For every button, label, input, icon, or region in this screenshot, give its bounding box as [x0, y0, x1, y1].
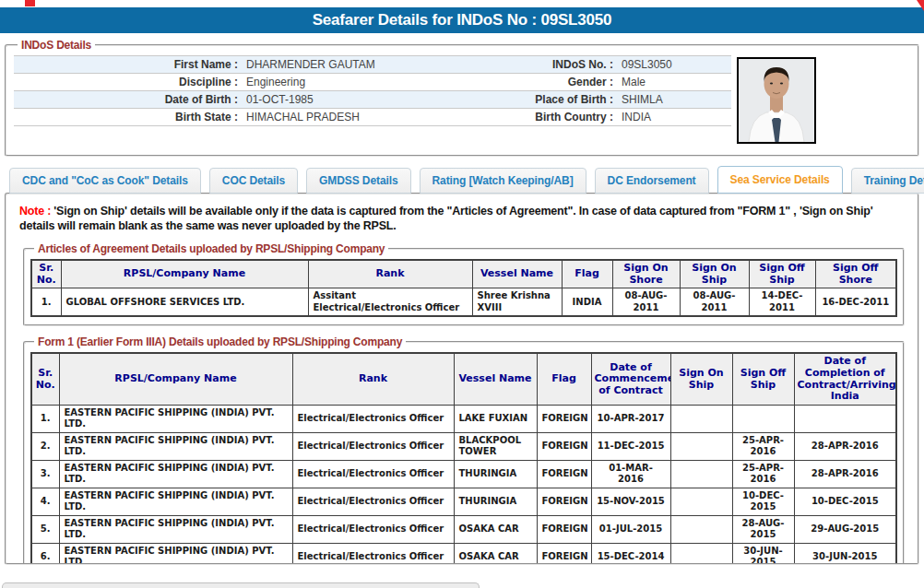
- form1-section: Form 1 (Earlier Form IIIA) Details uploa…: [23, 335, 905, 565]
- column-header-rank: Rank: [292, 353, 454, 405]
- table-cell: FOREIGN: [537, 405, 591, 432]
- field-label: INDoS No. :: [510, 58, 613, 71]
- indos-field-row: Date of Birth :01-OCT-1985Place of Birth…: [14, 91, 731, 109]
- column-header-rank: Rank: [308, 260, 472, 288]
- tab-coc-details[interactable]: COC Details: [209, 168, 298, 194]
- field-value: DHARMENDER GAUTAM: [238, 58, 510, 71]
- articles-of-agreement-legend: Articles of Agreement Details uploaded b…: [34, 242, 388, 255]
- table-cell: Electrical/Electronics Officer: [292, 405, 454, 432]
- table-cell: 1.: [31, 288, 61, 317]
- table-cell: [670, 543, 732, 565]
- table-cell: 5.: [31, 515, 59, 543]
- tab-cdc-and-coc-as-cook-details[interactable]: CDC and "CoC as Cook" Details: [9, 168, 201, 194]
- field-label: Birth Country :: [510, 111, 613, 123]
- field-label: Discipline :: [14, 76, 238, 88]
- field-label: Gender :: [510, 76, 613, 88]
- table-cell: FOREIGN: [537, 488, 591, 515]
- table-cell: 11-DEC-2015: [591, 432, 670, 460]
- table-cell: EASTERN PACIFIC SHIPPING (INDIA) PVT. LT…: [59, 432, 292, 460]
- page-title: Seafarer Details for INDoS No : 09SL3050: [313, 11, 612, 29]
- field-value: 09SL3050: [613, 58, 731, 71]
- table-cell: INDIA: [562, 288, 612, 317]
- table-cell: [670, 405, 732, 432]
- table-cell: 01-MAR-2016: [591, 460, 670, 488]
- column-header-vessel-name: Vessel Name: [472, 260, 562, 288]
- table-cell: 14-DEC-2011: [749, 288, 815, 317]
- indos-details-legend: INDoS Details: [18, 39, 95, 52]
- table-cell: THURINGIA: [454, 460, 537, 488]
- table-cell: Electrical/Electronics Officer: [292, 488, 454, 515]
- note-label: Note :: [19, 205, 51, 218]
- table-cell: [670, 460, 732, 488]
- column-header-vessel-name: Vessel Name: [454, 353, 537, 405]
- column-header-sign-on-ship: Sign On Ship: [670, 353, 732, 405]
- column-header-sign-off-ship: Sign Off Ship: [749, 260, 815, 288]
- column-header-date-of-commencement-of-contract: Date of Commencement of Contract: [591, 353, 670, 405]
- table-cell: FOREIGN: [537, 460, 591, 488]
- field-label: First Name :: [14, 58, 238, 71]
- column-header-flag: Flag: [537, 353, 591, 405]
- table-cell: 28-APR-2016: [794, 432, 896, 460]
- table-cell: EASTERN PACIFIC SHIPPING (INDIA) PVT. LT…: [59, 515, 292, 543]
- table-cell: 08-AUG-2011: [612, 288, 680, 317]
- table-row: 6.EASTERN PACIFIC SHIPPING (INDIA) PVT. …: [31, 543, 896, 565]
- table-cell: 08-AUG-2011: [680, 288, 749, 317]
- tab-gmdss-details[interactable]: GMDSS Details: [306, 168, 410, 194]
- column-header-sign-on-shore: Sign On Shore: [612, 260, 680, 288]
- table-row: 4.EASTERN PACIFIC SHIPPING (INDIA) PVT. …: [31, 488, 896, 515]
- field-value: HIMACHAL PRADESH: [238, 111, 510, 123]
- indos-field-row: Birth State :HIMACHAL PRADESHBirth Count…: [14, 109, 731, 126]
- tab-dc-endorsement[interactable]: DC Endorsement: [595, 168, 709, 194]
- page-title-bar: Seafarer Details for INDoS No : 09SL3050: [0, 7, 924, 33]
- column-header-sr-no: Sr. No.: [31, 260, 61, 288]
- table-cell: Electrical/Electronics Officer: [292, 432, 454, 460]
- table-cell: OSAKA CAR: [454, 515, 537, 543]
- table-cell: EASTERN PACIFIC SHIPPING (INDIA) PVT. LT…: [59, 488, 292, 515]
- field-value: SHIMLA: [613, 93, 731, 106]
- table-cell: [670, 488, 732, 515]
- table-cell: FOREIGN: [537, 432, 591, 460]
- field-value: INDIA: [613, 111, 731, 123]
- indos-details-rows: First Name :DHARMENDER GAUTAMINDoS No. :…: [14, 55, 731, 126]
- tab-rating-watch-keeping-ab[interactable]: Rating [Watch Keeping/AB]: [420, 168, 586, 194]
- table-cell: LAKE FUXIAN: [454, 405, 537, 432]
- table-cell: THURINGIA: [454, 488, 537, 515]
- indos-field-row: First Name :DHARMENDER GAUTAMINDoS No. :…: [14, 56, 731, 74]
- table-cell: Shree Krishna XVIII: [472, 288, 562, 317]
- bottom-partial-panel-edge: [2, 582, 480, 588]
- form1-table: Sr. No.RPSL/Company NameRankVessel NameF…: [30, 352, 897, 565]
- seafarer-portrait-image: [739, 59, 814, 142]
- table-cell: Electrical/Electronics Officer: [292, 515, 454, 543]
- indos-field-row: Discipline :EngineeringGender :Male: [14, 74, 731, 91]
- table-cell: 01-JUL-2015: [591, 515, 670, 543]
- table-cell: 25-APR-2016: [732, 432, 794, 460]
- column-header-sign-off-ship: Sign Off Ship: [732, 353, 794, 405]
- table-cell: 30-JUN-2015: [794, 543, 896, 565]
- red-corner-mark-right: [917, 0, 924, 11]
- field-value: 01-OCT-1985: [238, 93, 510, 106]
- table-cell: 15-NOV-2015: [591, 488, 670, 515]
- column-header-sign-off-shore: Sign Off Shore: [815, 260, 896, 288]
- tab-training-details[interactable]: Training Details: [851, 168, 924, 194]
- table-cell: 28-APR-2016: [794, 460, 896, 488]
- column-header-sign-on-ship: Sign On Ship: [680, 260, 749, 288]
- red-corner-mark-left: [25, 0, 35, 6]
- table-row: 3.EASTERN PACIFIC SHIPPING (INDIA) PVT. …: [31, 460, 896, 488]
- table-cell: [670, 515, 732, 543]
- tab-sea-service-details[interactable]: Sea Service Details: [717, 166, 843, 194]
- table-cell: FOREIGN: [537, 543, 591, 565]
- table-cell: 15-DEC-2014: [591, 543, 670, 565]
- table-row: 1.EASTERN PACIFIC SHIPPING (INDIA) PVT. …: [31, 405, 896, 432]
- column-header-date-of-completion-of-contract-arriving-india: Date of Completion of Contract/Arriving …: [794, 353, 896, 405]
- table-cell: [794, 405, 896, 432]
- tab-bar: CDC and "CoC as Cook" DetailsCOC Details…: [9, 168, 924, 194]
- column-header-flag: Flag: [562, 260, 612, 288]
- table-cell: GLOBAL OFFSHORE SERVICES LTD.: [61, 288, 308, 317]
- table-cell: [732, 405, 794, 432]
- table-cell: 1.: [31, 405, 59, 432]
- column-header-rpsl-company-name: RPSL/Company Name: [59, 353, 292, 405]
- table-cell: FOREIGN: [537, 515, 591, 543]
- field-value: Male: [613, 76, 731, 88]
- table-cell: 6.: [31, 543, 59, 565]
- table-cell: 10-DEC-2015: [732, 488, 794, 515]
